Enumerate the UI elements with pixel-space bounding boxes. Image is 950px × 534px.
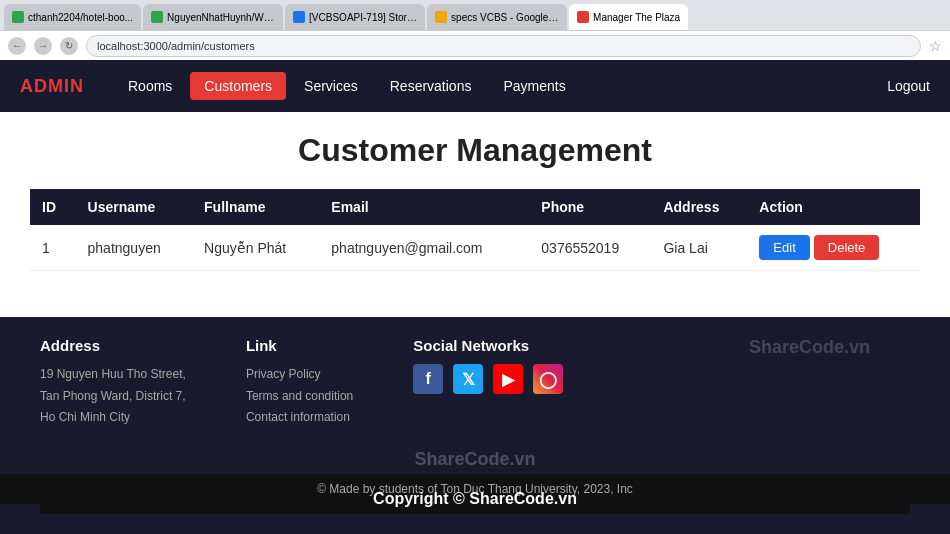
table-row: 1phatnguyenNguyễn Phátphatnguyen@gmail.c…: [30, 225, 920, 271]
address-bar[interactable]: localhost:3000/admin/customers: [86, 35, 921, 57]
footer-link-item[interactable]: Privacy Policy: [246, 364, 353, 386]
cell-id: 1: [30, 225, 76, 271]
tab-label: NguyenNhatHuynh/Web...: [167, 12, 275, 23]
browser-tab[interactable]: [VCBSOAPI-719] Store P...: [285, 4, 425, 30]
brand-logo[interactable]: ADMIN: [20, 76, 84, 97]
cell-email: phatnguyen@gmail.com: [319, 225, 529, 271]
footer-address-line: Ho Chi Minh City: [40, 407, 186, 429]
cell-phone: 0376552019: [529, 225, 651, 271]
browser-chrome: cthanh2204/hotel-boo...NguyenNhatHuynh/W…: [0, 0, 950, 60]
cell-username: phatnguyen: [76, 225, 193, 271]
tab-label: cthanh2204/hotel-boo...: [28, 12, 133, 23]
footer-address-line: 19 Nguyen Huu Tho Street,: [40, 364, 186, 386]
navbar: ADMIN RoomsCustomersServicesReservations…: [0, 60, 950, 112]
browser-tab[interactable]: specs VCBS - Google Tr...: [427, 4, 567, 30]
table-header-action: Action: [747, 189, 920, 225]
delete-button[interactable]: Delete: [814, 235, 880, 260]
browser-tab[interactable]: Manager The Plaza: [569, 4, 688, 30]
nav-link-services[interactable]: Services: [290, 72, 372, 100]
bookmark-icon[interactable]: ☆: [929, 38, 942, 54]
footer-social-title: Social Networks: [413, 337, 563, 354]
tab-favicon: [293, 11, 305, 23]
edit-button[interactable]: Edit: [759, 235, 809, 260]
logout-button[interactable]: Logout: [887, 78, 930, 94]
customers-table: IDUsernameFullnameEmailPhoneAddressActio…: [30, 189, 920, 271]
browser-tab[interactable]: NguyenNhatHuynh/Web...: [143, 4, 283, 30]
twitter-icon[interactable]: 𝕏: [453, 364, 483, 394]
table-header: IDUsernameFullnameEmailPhoneAddressActio…: [30, 189, 920, 225]
forward-button[interactable]: →: [34, 37, 52, 55]
table-header-address: Address: [651, 189, 747, 225]
table-header-phone: Phone: [529, 189, 651, 225]
back-button[interactable]: ←: [8, 37, 26, 55]
footer-watermark2: ShareCode.vn: [40, 449, 910, 470]
nav-links: RoomsCustomersServicesReservationsPaymen…: [114, 72, 887, 100]
instagram-icon[interactable]: ◯: [533, 364, 563, 394]
tab-favicon: [151, 11, 163, 23]
tab-label: specs VCBS - Google Tr...: [451, 12, 559, 23]
table-header-id: ID: [30, 189, 76, 225]
table-header-row: IDUsernameFullnameEmailPhoneAddressActio…: [30, 189, 920, 225]
nav-link-rooms[interactable]: Rooms: [114, 72, 186, 100]
cell-action: EditDelete: [747, 225, 920, 271]
nav-link-customers[interactable]: Customers: [190, 72, 286, 100]
page-title: Customer Management: [30, 132, 920, 169]
cell-fullname: Nguyễn Phát: [192, 225, 319, 271]
cell-address: Gia Lai: [651, 225, 747, 271]
footer-link-section: Link Privacy PolicyTerms and conditionCo…: [246, 337, 353, 429]
nav-link-payments[interactable]: Payments: [489, 72, 579, 100]
page-content: ADMIN RoomsCustomersServicesReservations…: [0, 60, 950, 534]
tab-favicon: [577, 11, 589, 23]
table-header-fullname: Fullname: [192, 189, 319, 225]
browser-tabs: cthanh2204/hotel-boo...NguyenNhatHuynh/W…: [0, 0, 950, 30]
tab-label: Manager The Plaza: [593, 12, 680, 23]
main-area: Customer Management IDUsernameFullnameEm…: [0, 112, 950, 317]
browser-bar: ← → ↻ localhost:3000/admin/customers ☆: [0, 30, 950, 60]
table-header-email: Email: [319, 189, 529, 225]
tab-favicon: [435, 11, 447, 23]
url-text: localhost:3000/admin/customers: [97, 40, 255, 52]
table-body: 1phatnguyenNguyễn Phátphatnguyen@gmail.c…: [30, 225, 920, 271]
footer-address-title: Address: [40, 337, 186, 354]
nav-link-reservations[interactable]: Reservations: [376, 72, 486, 100]
reload-button[interactable]: ↻: [60, 37, 78, 55]
footer-link-item[interactable]: Contact information: [246, 407, 353, 429]
footer-address-line: Tan Phong Ward, District 7,: [40, 386, 186, 408]
footer-link-title: Link: [246, 337, 353, 354]
footer-link-item[interactable]: Terms and condition: [246, 386, 353, 408]
footer: ShareCode.vn Address 19 Nguyen Huu Tho S…: [0, 317, 950, 534]
table-header-username: Username: [76, 189, 193, 225]
browser-tab[interactable]: cthanh2204/hotel-boo...: [4, 4, 141, 30]
footer-address-section: Address 19 Nguyen Huu Tho Street,Tan Pho…: [40, 337, 186, 429]
footer-social-section: Social Networks f 𝕏 ▶ ◯: [413, 337, 563, 429]
tab-label: [VCBSOAPI-719] Store P...: [309, 12, 417, 23]
tab-favicon: [12, 11, 24, 23]
social-icons: f 𝕏 ▶ ◯: [413, 364, 563, 394]
youtube-icon[interactable]: ▶: [493, 364, 523, 394]
facebook-icon[interactable]: f: [413, 364, 443, 394]
footer-top: Address 19 Nguyen Huu Tho Street,Tan Pho…: [40, 337, 910, 429]
